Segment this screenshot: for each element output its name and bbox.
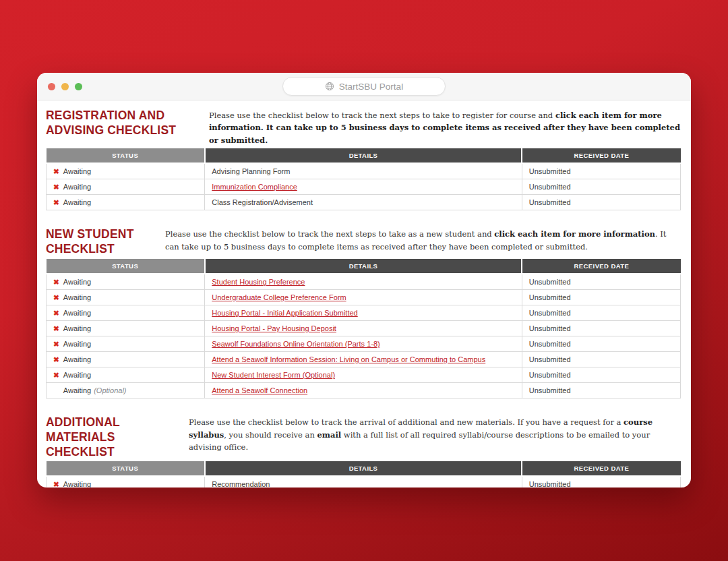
details-cell: Immunization Compliance [205, 179, 522, 195]
status-cell: ✖Awaiting [47, 321, 205, 336]
column-header-status: STATUS [47, 148, 205, 163]
detail-text: Class Registration/Advisement [212, 198, 313, 206]
received-date-cell: Unsubmitted [522, 195, 680, 210]
globe-icon [325, 82, 334, 91]
detail-link[interactable]: New Student Interest Form (Optional) [212, 371, 335, 379]
details-cell: Student Housing Preference [205, 274, 522, 290]
status-cell: ✖Awaiting [47, 336, 205, 352]
detail-link[interactable]: Housing Portal - Pay Housing Deposit [212, 324, 336, 332]
status-cell: ✖Awaiting [47, 305, 205, 321]
address-bar[interactable]: StartSBU Portal [282, 77, 446, 96]
table-row: ✖AwaitingImmunization ComplianceUnsubmit… [47, 179, 681, 195]
table-row: ✖AwaitingHousing Portal - Pay Housing De… [47, 321, 681, 336]
paragraph-segment: email [317, 430, 341, 440]
detail-link[interactable]: Undergraduate College Preference Form [212, 293, 346, 301]
received-date-cell: Unsubmitted [522, 367, 680, 383]
column-header-status: STATUS [47, 461, 205, 476]
detail-link[interactable]: Housing Portal - Initial Application Sub… [212, 309, 357, 317]
awaiting-x-icon: ✖ [53, 355, 59, 363]
status-cell: ✖Awaiting [47, 367, 205, 383]
detail-link[interactable]: Attend a Seawolf Information Session: Li… [212, 355, 485, 363]
table-row: ✖AwaitingAttend a Seawolf Information Se… [47, 352, 681, 367]
details-cell: Recommendation [205, 476, 522, 488]
details-cell: Housing Portal - Pay Housing Deposit [205, 321, 522, 336]
awaiting-x-icon: ✖ [53, 198, 59, 206]
detail-text: Advising Planning Form [212, 167, 290, 175]
section-registration-advising: REGISTRATION AND ADVISING CHECKLIST Plea… [46, 109, 681, 210]
section-additional-materials: ADDITIONAL MATERIALS CHECKLIST Please us… [46, 415, 681, 488]
column-header-details: DETAILS [205, 259, 522, 274]
awaiting-x-icon: ✖ [53, 480, 59, 488]
detail-link[interactable]: Seawolf Foundations Online Orientation (… [212, 340, 380, 348]
section-description: Please use the checklist below to track … [189, 416, 681, 459]
details-cell: Attend a Seawolf Connection [205, 383, 522, 398]
awaiting-x-icon: ✖ [53, 340, 59, 348]
column-header-received-date: RECEIVED DATE [522, 461, 680, 476]
status-label: Awaiting [63, 480, 91, 488]
status-cell: ✖Awaiting [47, 476, 205, 488]
status-label: Awaiting [63, 340, 91, 348]
received-date-cell: Unsubmitted [522, 305, 680, 321]
received-date-cell: Unsubmitted [522, 336, 680, 352]
status-cell: ✖Awaiting(Optional) [47, 383, 205, 398]
status-label: Awaiting [63, 167, 91, 175]
column-header-details: DETAILS [205, 461, 522, 476]
paragraph-segment: , you should receive an [224, 430, 317, 440]
detail-link[interactable]: Student Housing Preference [212, 278, 305, 286]
address-bar-text: StartSBU Portal [339, 82, 403, 92]
details-cell: Undergraduate College Preference Form [205, 290, 522, 305]
table-header-row: STATUSDETAILSRECEIVED DATE [47, 259, 681, 274]
paragraph-segment: Please use the checklist below to track … [209, 111, 555, 120]
awaiting-x-icon: ✖ [53, 371, 59, 379]
received-date-cell: Unsubmitted [522, 274, 680, 290]
table-row: ✖AwaitingClass Registration/AdvisementUn… [47, 195, 681, 210]
status-label: Awaiting [63, 386, 91, 394]
details-cell: New Student Interest Form (Optional) [205, 367, 522, 383]
section-new-student: NEW STUDENT CHECKLIST Please use the che… [46, 227, 681, 398]
received-date-cell: Unsubmitted [522, 179, 680, 195]
details-cell: Seawolf Foundations Online Orientation (… [205, 336, 522, 352]
section-title: NEW STUDENT CHECKLIST [46, 227, 165, 257]
table-row: ✖AwaitingAdvising Planning FormUnsubmitt… [47, 163, 681, 179]
status-label: Awaiting [63, 309, 91, 317]
table-row: ✖AwaitingStudent Housing PreferenceUnsub… [47, 274, 681, 290]
awaiting-x-icon: ✖ [53, 309, 59, 317]
table-row: ✖AwaitingHousing Portal - Initial Applic… [47, 305, 681, 321]
awaiting-x-icon: ✖ [53, 324, 59, 332]
status-cell: ✖Awaiting [47, 179, 205, 195]
details-cell: Attend a Seawolf Information Session: Li… [205, 352, 522, 367]
status-label: Awaiting [63, 355, 91, 363]
awaiting-x-icon: ✖ [53, 293, 59, 301]
paragraph-segment: click each item for more information [494, 229, 655, 239]
browser-window: StartSBU Portal REGISTRATION AND ADVISIN… [37, 73, 691, 488]
details-cell: Class Registration/Advisement [205, 195, 522, 210]
column-header-details: DETAILS [205, 148, 522, 163]
section-description: Please use the checklist below to track … [165, 228, 681, 257]
received-date-cell: Unsubmitted [522, 321, 680, 336]
minimize-window-button[interactable] [61, 83, 69, 90]
status-cell: ✖Awaiting [47, 163, 205, 179]
status-label: Awaiting [63, 183, 91, 191]
detail-link[interactable]: Attend a Seawolf Connection [212, 386, 307, 394]
status-label: Awaiting [63, 278, 91, 286]
page-content: REGISTRATION AND ADVISING CHECKLIST Plea… [37, 100, 691, 488]
column-header-status: STATUS [47, 259, 205, 274]
checklist-table: STATUSDETAILSRECEIVED DATE ✖AwaitingReco… [46, 461, 681, 488]
checklist-table: STATUSDETAILSRECEIVED DATE ✖AwaitingStud… [46, 259, 681, 398]
optional-label: (Optional) [94, 386, 126, 394]
details-cell: Housing Portal - Initial Application Sub… [205, 305, 522, 321]
status-label: Awaiting [63, 293, 91, 301]
window-titlebar: StartSBU Portal [37, 73, 691, 100]
column-header-received-date: RECEIVED DATE [522, 148, 680, 163]
paragraph-segment: Please use the checklist below to track … [189, 417, 624, 427]
paragraph-segment: Please use the checklist below to track … [165, 229, 494, 239]
zoom-window-button[interactable] [75, 83, 82, 90]
received-date-cell: Unsubmitted [522, 476, 680, 488]
column-header-received-date: RECEIVED DATE [522, 259, 680, 274]
close-window-button[interactable] [48, 83, 55, 90]
section-title: REGISTRATION AND ADVISING CHECKLIST [46, 109, 209, 146]
table-header-row: STATUSDETAILSRECEIVED DATE [47, 461, 681, 476]
status-label: Awaiting [63, 371, 91, 379]
received-date-cell: Unsubmitted [522, 383, 680, 398]
detail-link[interactable]: Immunization Compliance [212, 183, 297, 191]
